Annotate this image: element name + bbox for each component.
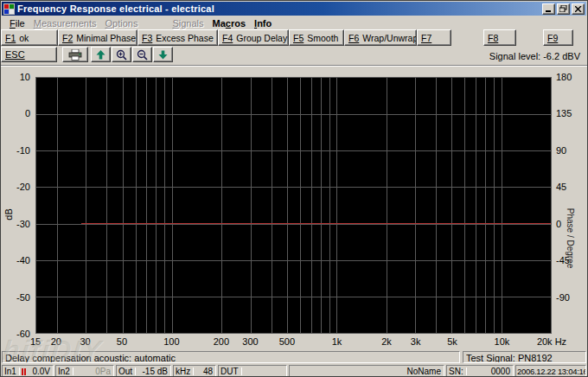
menu-item-measurements[interactable]: Measurements	[32, 17, 104, 29]
move-down-button[interactable]	[153, 47, 173, 62]
input2-level-cell: In2 0Pa	[55, 365, 114, 377]
zoom-out-button[interactable]	[132, 47, 152, 62]
fkey-f7-button[interactable]: F7	[417, 29, 451, 46]
signal-level-readout: Signal level: -6.2 dBV	[489, 51, 587, 61]
input2-value: 0Pa	[74, 367, 113, 376]
x-axis-tick-label: 300	[242, 336, 258, 347]
project-name-cell: NoName	[289, 365, 444, 377]
menu-item-signals[interactable]: Signals	[170, 17, 210, 29]
horizontal-gridline	[36, 150, 551, 151]
input1-level-cell: In1 0.0V	[2, 365, 54, 377]
arrow-down-icon	[158, 50, 168, 60]
restore-button[interactable]	[557, 3, 570, 15]
menu-item-info[interactable]: Info	[252, 17, 278, 29]
secondary-toolbar: ESC Signal level: -6.2 dBV	[1, 47, 587, 65]
vertical-gridline	[451, 78, 452, 333]
x-axis-tick-label: 15	[30, 336, 41, 347]
app-window: { "window": { "title": "Frequency Respon…	[0, 0, 588, 377]
vertical-gridline	[164, 78, 165, 333]
fkey-f2-button[interactable]: F2Minimal Phase	[58, 29, 137, 46]
input1-label: In1	[3, 367, 19, 376]
dut-cell: DUT	[218, 365, 287, 377]
y-axis-tick-label-right: 0	[556, 219, 561, 229]
vertical-gridline	[476, 78, 476, 333]
vertical-gridline	[300, 78, 301, 333]
fkey-f1-button[interactable]: F1ok	[1, 29, 58, 46]
vertical-gridline	[464, 78, 465, 333]
y-axis-tick-label-left: -40	[16, 255, 30, 265]
y-axis-tick-label-left: 0	[25, 108, 30, 118]
zoom-out-icon	[137, 49, 148, 61]
x-axis-tick-label: 50	[117, 336, 127, 347]
vertical-gridline	[415, 78, 416, 333]
app-icon	[3, 3, 15, 15]
serial-number-label: SN:	[447, 367, 466, 376]
menu-item-options[interactable]: Options	[104, 17, 145, 29]
clip-indicator-icon	[22, 368, 26, 375]
vertical-gridline	[485, 78, 486, 333]
vertical-gridline	[311, 78, 312, 333]
window-controls	[542, 3, 585, 15]
vertical-gridline	[336, 78, 337, 333]
fkey-f8-button[interactable]: F8	[483, 29, 516, 46]
y-axis-tick-label-left: -50	[16, 292, 30, 303]
fkey-f9-button[interactable]: F9	[543, 29, 573, 46]
move-up-button[interactable]	[91, 47, 111, 62]
delay-compensation-status: Delay compensation acoustic: automatic	[2, 351, 460, 363]
vertical-gridline	[272, 78, 272, 333]
titlebar: Frequency Response electrical - electric…	[2, 2, 586, 16]
y-axis-tick-label-right: -90	[556, 292, 570, 303]
timestamp-cell: 2006.12.22 13:04:16	[515, 365, 586, 377]
y-axis-tick-label-left: -10	[16, 145, 30, 156]
chart-panel: dB Phase / Degree 100-10-20-30-40-50-60 …	[1, 67, 588, 351]
vertical-gridline	[172, 78, 173, 333]
esc-button[interactable]: ESC	[1, 47, 57, 62]
dut-label: DUT	[219, 367, 241, 376]
vertical-gridline	[287, 78, 288, 333]
y-axis-tick-label-right: 180	[556, 72, 572, 82]
zoom-in-icon	[116, 49, 127, 61]
fkey-f3-button[interactable]: F3Excess Phase	[137, 29, 218, 46]
y-axis-right: 18013590450-45-90	[556, 67, 587, 351]
y-axis-tick-label-right: 135	[556, 108, 572, 118]
vertical-gridline	[146, 78, 147, 333]
vertical-gridline	[221, 78, 222, 333]
menu-item-macros[interactable]: Macros	[211, 17, 253, 29]
close-button[interactable]	[572, 3, 585, 15]
plot-area[interactable]	[35, 77, 552, 334]
minimize-button[interactable]	[542, 3, 555, 15]
y-axis-tick-label-left: -20	[16, 182, 30, 192]
test-signal-status: Test Signal: PN8192	[463, 351, 586, 363]
menu-item-file[interactable]: File	[8, 17, 32, 29]
fkey-f4-button[interactable]: F4Group Delay	[218, 29, 289, 46]
vertical-gridline	[57, 78, 58, 333]
vertical-gridline	[136, 78, 137, 333]
vertical-gridline	[106, 78, 107, 333]
y-axis-tick-label-right: 45	[556, 182, 566, 192]
bottombar: In1 0.0V In2 0Pa Out -15 dB kHz 48 DUT N…	[1, 365, 587, 377]
print-button[interactable]	[62, 47, 88, 62]
x-axis-tick-label: 100	[163, 336, 179, 347]
fkey-toolbar: F1ok F2Minimal Phase F3Excess Phase F4Gr…	[1, 29, 587, 46]
x-axis: 152030501002003005001k2k3k5k10k20k Hz	[1, 336, 588, 348]
x-axis-tick-label: 10k	[495, 336, 510, 347]
fkey-f6-button[interactable]: F6Wrap/Unwrap	[344, 29, 417, 46]
project-name-value: NoName	[290, 367, 444, 376]
horizontal-gridline	[36, 297, 551, 297]
series-line-phase-response	[81, 223, 551, 225]
vertical-gridline	[86, 78, 86, 333]
samplerate-label: kHz	[174, 367, 193, 376]
input2-label: In2	[56, 367, 73, 376]
zoom-in-button[interactable]	[112, 47, 131, 62]
y-axis-left: 100-10-20-30-40-50-60	[1, 67, 32, 351]
x-axis-tick-label: 3k	[411, 336, 421, 347]
y-axis-tick-label-left: 10	[20, 72, 30, 82]
window-title: Frequency Response electrical - electric…	[17, 3, 214, 14]
output-label: Out	[117, 367, 135, 376]
x-axis-tick-label: 200	[214, 336, 229, 347]
menubar: File Measurements Options Signals Macros…	[3, 16, 585, 29]
x-axis-tick-label: 2k	[381, 336, 392, 347]
vertical-gridline	[436, 78, 437, 333]
y-axis-tick-label-left: -30	[16, 219, 30, 229]
fkey-f5-button[interactable]: F5Smooth	[289, 29, 344, 46]
